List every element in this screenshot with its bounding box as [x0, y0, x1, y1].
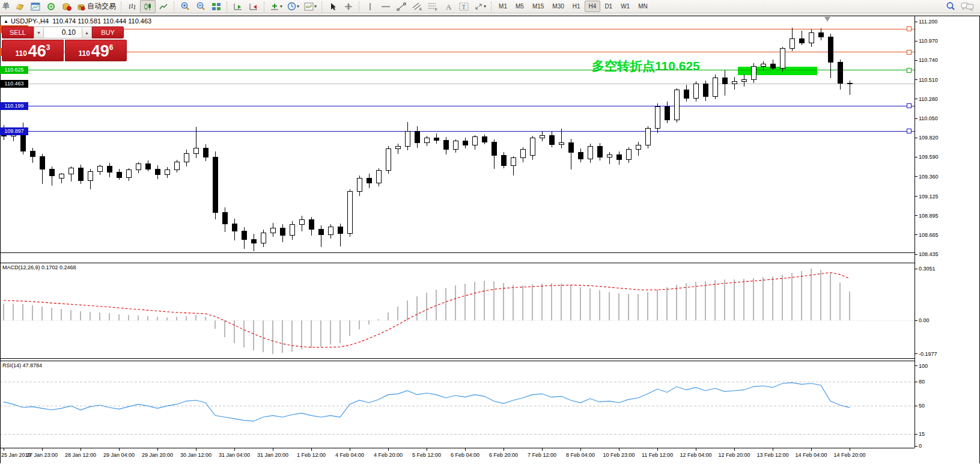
toolbar-separator — [359, 2, 360, 11]
tab-timeframe-h1[interactable]: H1 — [568, 1, 585, 12]
volume-field: ▼ 0.10 ▲ — [34, 26, 92, 38]
chart-window-icon[interactable] — [28, 0, 43, 13]
history-center-icon[interactable] — [59, 0, 75, 13]
one-click-trading-panel: SELL ▼ 0.10 ▲ BUY 110 46 3 110 49 6 — [2, 26, 127, 61]
symbol-search-icon[interactable] — [943, 0, 958, 13]
chart-shift-icon[interactable] — [246, 0, 261, 13]
tab-timeframe-mn[interactable]: MN — [634, 1, 652, 12]
sell-price-main: 46 — [28, 43, 46, 60]
svg-text:F: F — [435, 8, 437, 11]
fibonacci-icon[interactable]: F — [425, 0, 440, 13]
symbol-period-label: USDJPY-,H4 — [11, 17, 49, 25]
tab-timeframe-m1[interactable]: M1 — [495, 1, 511, 12]
auto-scroll-icon[interactable] — [230, 0, 246, 13]
text-label-icon[interactable]: T — [456, 0, 472, 13]
tab-timeframe-w1[interactable]: W1 — [616, 1, 634, 12]
new-order-icon[interactable] — [12, 0, 28, 13]
rsi-indicator-label: RSI(14) 47.8784 — [2, 362, 42, 368]
tab-timeframe-m5[interactable]: M5 — [511, 1, 528, 12]
sell-price-prefix: 110 — [15, 49, 26, 58]
arrows-caret-icon[interactable]: ▾ — [484, 4, 486, 9]
cursor-icon[interactable] — [325, 0, 341, 13]
volume-decrease-button[interactable]: ▼ — [34, 27, 44, 38]
chart-shift-marker-icon[interactable] — [824, 17, 830, 22]
buy-button[interactable]: BUY — [92, 26, 124, 38]
volume-increase-button[interactable]: ▲ — [82, 27, 92, 38]
vertical-line-icon[interactable] — [362, 0, 378, 13]
chart-quote-title: ▲USDJPY-,H4 110.474 110.581 110.444 110.… — [4, 17, 151, 25]
tile-windows-icon[interactable] — [208, 0, 224, 13]
toolbar-separator — [227, 2, 228, 11]
main-toolbar: 单 自动交易 ▾ ▾ ▾ — [0, 0, 980, 13]
toolbar-separator — [321, 2, 323, 11]
sell-button[interactable]: SELL — [2, 26, 34, 38]
periods-icon[interactable]: ▾ — [285, 0, 302, 13]
equidistant-channel-icon[interactable]: E — [409, 0, 425, 13]
indicators-caret-icon[interactable]: ▾ — [280, 4, 282, 9]
tab-timeframe-d1[interactable]: D1 — [600, 1, 616, 12]
chat-icon[interactable] — [958, 0, 976, 13]
trendline-icon[interactable] — [394, 0, 409, 13]
tab-timeframe-m30[interactable]: M30 — [548, 1, 568, 12]
arrows-icon[interactable]: ▾ — [472, 0, 488, 13]
toolbar-separator — [264, 2, 265, 11]
buy-price-prefix: 110 — [78, 49, 90, 58]
toolbar-separator — [491, 2, 492, 11]
crosshair-icon[interactable] — [341, 0, 356, 13]
buy-price-display[interactable]: 110 49 6 — [65, 40, 127, 61]
candlestick-chart-icon[interactable] — [140, 0, 156, 13]
buy-price-pip: 6 — [109, 43, 114, 52]
templates-icon[interactable]: ▾ — [302, 0, 319, 13]
horizontal-line-icon[interactable] — [378, 0, 394, 13]
svg-text:E: E — [419, 7, 422, 11]
bar-chart-icon[interactable] — [124, 0, 140, 13]
svg-text:T: T — [462, 3, 466, 10]
periods-caret-icon[interactable]: ▾ — [297, 4, 299, 9]
quote-ohlc-label: 110.474 110.581 110.444 110.463 — [52, 17, 151, 25]
zoom-out-icon[interactable] — [193, 0, 208, 13]
line-chart-icon[interactable] — [156, 0, 171, 13]
templates-caret-icon[interactable]: ▾ — [314, 4, 317, 9]
collapse-panel-icon[interactable]: ▲ — [4, 19, 8, 24]
autotrade-button[interactable]: 自动交易 — [75, 0, 118, 13]
data-window-icon[interactable] — [43, 0, 59, 13]
toolbar-separator — [121, 2, 122, 11]
tab-timeframe-m15[interactable]: M15 — [528, 1, 548, 12]
svg-text:A: A — [446, 2, 452, 11]
sell-price-pip: 3 — [46, 43, 50, 52]
toolbar-separator — [174, 2, 175, 11]
macd-indicator-label: MACD(12,26,9) 0.1702 0.2468 — [2, 264, 76, 270]
autotrade-label: 自动交易 — [87, 1, 116, 11]
indicators-icon[interactable]: ▾ — [267, 0, 285, 13]
tab-timeframe-h4[interactable]: H4 — [585, 1, 601, 12]
menu-fragment-label: 单 — [2, 1, 10, 11]
text-icon[interactable]: A — [440, 0, 456, 13]
zoom-in-icon[interactable] — [177, 0, 193, 13]
buy-price-main: 49 — [91, 43, 109, 60]
sell-price-display[interactable]: 110 46 3 — [2, 40, 64, 61]
volume-value[interactable]: 0.10 — [44, 27, 82, 38]
chart-canvas[interactable] — [0, 0, 980, 464]
